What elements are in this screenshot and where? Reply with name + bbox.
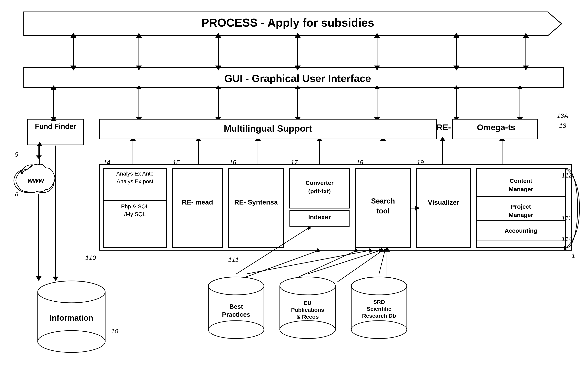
project-manager-label: ProjectManager <box>476 203 566 219</box>
resyntensa-label: RE- Syntensa <box>228 198 284 207</box>
svg-marker-49 <box>195 165 201 169</box>
svg-marker-4 <box>70 66 76 70</box>
svg-point-116 <box>208 321 264 339</box>
svg-marker-63 <box>499 137 505 141</box>
label-8: 8 <box>15 191 19 198</box>
multilingual-label: Multilingual Support <box>99 123 437 134</box>
converter-label: Converter(pdf-txt) <box>290 179 349 195</box>
svg-point-133 <box>351 321 407 339</box>
analys-top-label: Analys Ex AnteAnalys Ex post <box>104 170 166 185</box>
fund-finder-label: Fund Finder <box>28 122 83 131</box>
svg-marker-60 <box>440 137 445 141</box>
svg-marker-9 <box>215 33 221 38</box>
svg-marker-37 <box>374 117 380 121</box>
svg-marker-90 <box>355 248 358 252</box>
svg-marker-43 <box>517 117 523 121</box>
label-114: 114 <box>562 235 572 243</box>
label-1: 1 <box>571 252 575 260</box>
gui-label: GUI - Graphical User Interface <box>40 72 556 84</box>
svg-text:www: www <box>27 176 44 184</box>
svg-line-147 <box>236 227 310 274</box>
svg-rect-72 <box>228 168 284 248</box>
omega-label: Omega-ts <box>454 123 538 132</box>
content-manager-label: ContentManager <box>476 177 566 193</box>
svg-marker-10 <box>215 66 221 70</box>
svg-marker-92 <box>380 248 384 252</box>
svg-marker-24 <box>51 85 57 89</box>
re-label: RE- <box>437 123 451 132</box>
svg-text:Publications: Publications <box>291 307 324 313</box>
svg-line-151 <box>308 250 381 274</box>
svg-marker-45 <box>130 137 136 141</box>
svg-marker-22 <box>523 66 529 70</box>
svg-marker-31 <box>215 117 221 121</box>
label-111: 111 <box>228 256 239 264</box>
svg-marker-18 <box>453 33 460 38</box>
analys-bottom-label: Php & SQL/My SQL <box>104 203 166 218</box>
svg-marker-6 <box>136 33 142 38</box>
best-practices-cylinder: Best Practices <box>206 274 266 342</box>
svg-text:EU: EU <box>304 300 312 306</box>
svg-marker-42 <box>517 85 523 89</box>
svg-text:SRD: SRD <box>373 299 385 305</box>
srd-cylinder: SRD Scientific Research Db <box>349 274 409 342</box>
svg-marker-61 <box>440 165 445 169</box>
svg-marker-154 <box>382 248 388 251</box>
svg-marker-88 <box>317 248 321 252</box>
svg-text:Best: Best <box>229 303 243 310</box>
label-13a: 13A <box>557 112 568 119</box>
accounting-label: Accounting <box>476 227 566 234</box>
svg-marker-39 <box>453 85 460 89</box>
label-10: 10 <box>111 328 118 335</box>
eu-publications-cylinder: EU Publications & Recos <box>278 274 337 342</box>
label-112: 112 <box>562 172 572 179</box>
svg-marker-146 <box>51 87 57 90</box>
label-113: 113 <box>562 214 572 222</box>
svg-marker-55 <box>316 165 322 169</box>
svg-marker-86 <box>415 206 420 210</box>
svg-text:Practices: Practices <box>222 311 250 318</box>
label-13: 13 <box>559 122 566 130</box>
svg-marker-21 <box>523 33 529 38</box>
label-19: 19 <box>417 159 424 166</box>
svg-text:Scientific: Scientific <box>367 306 391 312</box>
svg-marker-25 <box>51 117 57 121</box>
label-15: 15 <box>173 159 180 166</box>
svg-marker-30 <box>215 85 221 89</box>
svg-marker-57 <box>380 137 386 141</box>
svg-marker-3 <box>70 33 76 38</box>
svg-text:Information: Information <box>50 314 93 322</box>
indexer-label: Indexer <box>290 213 349 221</box>
label-9: 9 <box>15 151 19 158</box>
svg-text:Research Db: Research Db <box>362 313 396 319</box>
svg-point-134 <box>351 277 407 295</box>
svg-marker-40 <box>453 117 460 121</box>
svg-point-117 <box>208 277 264 295</box>
svg-marker-54 <box>316 137 322 141</box>
svg-marker-148 <box>308 225 311 230</box>
svg-marker-152 <box>379 248 382 253</box>
svg-marker-33 <box>295 85 301 89</box>
label-18: 18 <box>356 159 363 166</box>
svg-marker-12 <box>295 33 301 38</box>
svg-marker-13 <box>295 66 301 70</box>
svg-line-153 <box>379 250 385 274</box>
svg-rect-71 <box>173 168 222 248</box>
visualizer-label: Visualizer <box>417 199 470 206</box>
svg-text:& Recos: & Recos <box>296 314 319 320</box>
remead-label: RE- mead <box>173 198 222 207</box>
svg-marker-94 <box>384 247 390 251</box>
information-cylinder: Information <box>34 278 109 354</box>
svg-marker-34 <box>295 117 301 121</box>
diagram-container: PROCESS - Apply for subsidies GUI - Grap… <box>0 0 588 384</box>
svg-marker-150 <box>369 248 373 253</box>
svg-marker-64 <box>499 165 505 169</box>
label-110: 110 <box>85 254 96 262</box>
www-cloud: www <box>12 155 60 195</box>
svg-point-125 <box>280 277 335 295</box>
search-tool-label: Searchtool <box>355 196 411 216</box>
svg-marker-48 <box>195 137 201 141</box>
svg-point-109 <box>38 331 105 352</box>
svg-marker-82 <box>37 142 43 146</box>
svg-marker-7 <box>136 66 142 70</box>
